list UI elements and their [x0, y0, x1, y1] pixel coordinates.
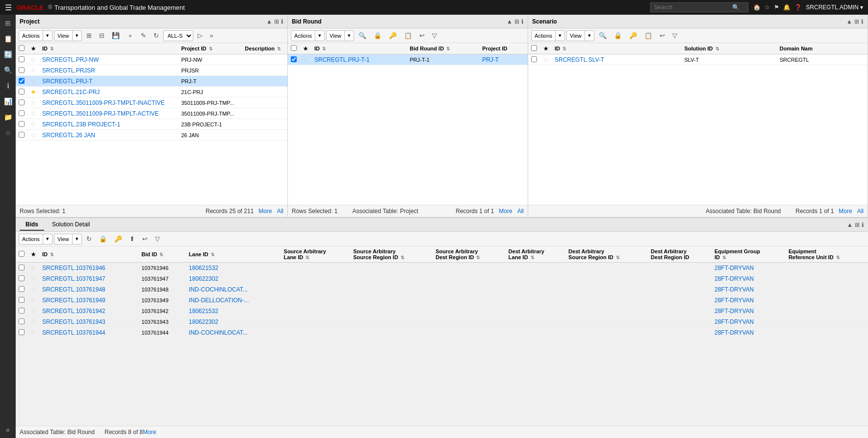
search-input[interactable] — [654, 4, 732, 11]
nav-icon-4[interactable]: 🔍 — [2, 64, 14, 76]
row-eqgroup-link[interactable]: 28FT-DRYVAN — [715, 286, 754, 293]
scenario-id-header[interactable]: ID ⇅ — [552, 43, 681, 54]
row-id-link[interactable]: SRCREGTL.PRJ-NW — [42, 56, 99, 63]
row-eqgroup-link[interactable]: 28FT-DRYVAN — [715, 308, 754, 315]
bidround-search-icon[interactable]: 🔍 — [356, 30, 369, 41]
scenario-undo-icon[interactable]: ↩ — [657, 30, 668, 41]
row-star-cell[interactable]: ☆ — [27, 76, 39, 87]
table-row[interactable]: ☆ SRCREGTL.SLV-T SLV-T SRCREGTL — [528, 54, 868, 65]
row-checkbox[interactable] — [19, 275, 25, 281]
row-star-icon[interactable]: ☆ — [30, 121, 36, 128]
row-star-icon[interactable]: ☆ — [30, 329, 36, 336]
row-id-link[interactable]: SRCREGTL.103761946 — [42, 265, 105, 271]
row-checkbox[interactable] — [291, 56, 297, 62]
project-add-icon[interactable]: ＋ — [124, 30, 136, 42]
bidround-info-icon[interactable]: ℹ — [521, 18, 524, 25]
table-row[interactable]: ☆ SRCREGTL.103761944 103761944 IND-COCHI… — [16, 327, 868, 338]
bottom-undo-icon[interactable]: ↩ — [139, 234, 151, 244]
row-checkbox[interactable] — [19, 78, 25, 84]
bottom-more-link[interactable]: More — [143, 429, 156, 436]
row-star-cell[interactable]: ☆ — [27, 327, 39, 338]
bidround-view-button[interactable]: View — [327, 32, 344, 40]
row-id-link[interactable]: SRCREGTL.103761949 — [42, 297, 105, 304]
table-row[interactable]: ☆ SRCREGTL.103761948 103761948 IND-COCHI… — [16, 284, 868, 295]
bottom-expand-icon[interactable]: ▲ — [847, 221, 853, 228]
row-checkbox[interactable] — [19, 132, 25, 138]
bottom-filter-icon[interactable]: ▽ — [152, 234, 163, 244]
bidround-actions-dropdown[interactable]: ▾ — [315, 31, 324, 40]
row-star-cell[interactable]: ☆ — [27, 316, 39, 327]
bidround-popout-icon[interactable]: ⊞ — [514, 18, 519, 25]
project-more-link[interactable]: More — [258, 208, 272, 215]
row-id-link[interactable]: SRCREGTL.PRJ-T — [42, 78, 93, 85]
row-checkbox-cell[interactable] — [16, 295, 27, 306]
user-menu[interactable]: SRCREGTL.ADMIN ▾ — [806, 4, 863, 11]
row-checkbox[interactable] — [19, 56, 25, 62]
bottom-id-header[interactable]: ID ⇅ — [39, 246, 139, 263]
table-row[interactable]: ☆ SRCREGTL.PRJ-NW PRJ-NW — [16, 54, 287, 65]
row-star-cell[interactable]: ★ — [27, 87, 39, 97]
nav-icon-8[interactable]: ☆ — [3, 127, 13, 139]
bidround-undo-icon[interactable]: ↩ — [416, 30, 428, 41]
row-eqgroup-link[interactable]: 28FT-DRYVAN — [715, 265, 754, 271]
search-box[interactable]: 🔍 — [650, 2, 748, 12]
bottom-bidid-header[interactable]: Bid ID ⇅ — [139, 246, 186, 263]
row-checkbox[interactable] — [19, 121, 25, 127]
scenario-domainname-header[interactable]: Domain Nam — [777, 43, 868, 54]
project-layout-icon[interactable]: ⊟ — [96, 30, 107, 41]
scenario-key-icon[interactable]: 🔑 — [626, 30, 640, 41]
row-checkbox-cell[interactable] — [16, 284, 27, 295]
table-row[interactable]: ★ SRCREGTL.21C-PRJ 21C-PRJ — [16, 87, 287, 97]
project-save-icon[interactable]: 💾 — [109, 30, 123, 41]
bidround-bidroundid-header[interactable]: Bid Round ID ⇅ — [407, 43, 479, 54]
bidround-select-all-header[interactable] — [288, 43, 300, 54]
row-star-cell[interactable]: ☆ — [300, 54, 311, 65]
bidround-id-header[interactable]: ID ⇅ — [311, 43, 407, 54]
row-star-cell[interactable]: ☆ — [27, 306, 39, 316]
row-id-link[interactable]: SRCREGTL.SLV-T — [555, 56, 604, 63]
scenario-copy-icon[interactable]: 📋 — [641, 30, 655, 41]
row-checkbox[interactable] — [19, 99, 25, 105]
row-star-icon[interactable]: ☆ — [30, 264, 36, 271]
nav-icon-7[interactable]: 📁 — [2, 111, 14, 123]
project-more-icon[interactable]: » — [207, 30, 216, 41]
row-id-link[interactable]: SRCREGTL.21C-PRJ — [42, 89, 100, 96]
row-id-link[interactable]: SRCREGTL.103761943 — [42, 318, 105, 325]
table-row[interactable]: ☆ SRCREGTL.103761942 103761942 180621532… — [16, 306, 868, 316]
row-star-cell[interactable]: ☆ — [540, 54, 552, 65]
bidround-projectid-header[interactable]: Project ID — [479, 43, 528, 54]
project-select-all-checkbox[interactable] — [19, 45, 25, 51]
bottom-refresh-icon[interactable]: ↻ — [83, 234, 95, 244]
row-checkbox[interactable] — [19, 297, 25, 303]
scenario-view-button[interactable]: View — [567, 32, 585, 40]
row-id-link[interactable]: SRCREGTL.26 JAN — [42, 132, 95, 139]
bottom-key-icon[interactable]: 🔑 — [111, 234, 125, 244]
row-laneid-link[interactable]: IND-DELLOCATION-... — [189, 297, 249, 304]
project-star-header[interactable]: ★ — [27, 43, 39, 54]
project-info-icon[interactable]: ℹ — [281, 18, 283, 25]
scenario-expand-icon[interactable]: ▲ — [846, 18, 852, 25]
row-star-icon[interactable]: ☆ — [30, 99, 36, 106]
row-id-link[interactable]: SRCREGTL.23B PROJECT-1 — [42, 121, 120, 128]
bidround-expand-icon[interactable]: ▲ — [507, 18, 512, 25]
row-checkbox-cell[interactable] — [16, 108, 27, 119]
row-star-icon[interactable]: ★ — [30, 88, 36, 96]
project-projectid-header[interactable]: Project ID ⇅ — [178, 43, 242, 54]
row-checkbox[interactable] — [19, 308, 25, 314]
row-star-icon[interactable]: ☆ — [30, 307, 36, 315]
bottom-upload-icon[interactable]: ⬆ — [127, 234, 138, 244]
row-checkbox[interactable] — [19, 110, 25, 116]
row-eqgroup-link[interactable]: 28FT-DRYVAN — [715, 275, 754, 282]
row-star-cell[interactable]: ☆ — [27, 263, 39, 273]
row-id-link[interactable]: SRCREGTL.103761944 — [42, 329, 105, 336]
bottom-actions-button[interactable]: Actions — [19, 235, 43, 243]
table-row[interactable]: ☆ SRCREGTL.103761949 103761949 IND-DELLO… — [16, 295, 868, 306]
bottom-view-button[interactable]: View — [54, 235, 72, 243]
row-star-icon[interactable]: ☆ — [30, 318, 36, 325]
bottom-dest-arb-destregion-header[interactable]: Dest ArbitraryDest Region ID — [648, 246, 712, 263]
project-id-header[interactable]: ID ⇅ — [39, 43, 178, 54]
row-checkbox-cell[interactable] — [16, 119, 27, 130]
row-star-icon[interactable]: ☆ — [30, 286, 36, 293]
scenario-solutionid-header[interactable]: Solution ID ⇅ — [681, 43, 776, 54]
row-laneid-link[interactable]: 180621532 — [189, 308, 218, 315]
